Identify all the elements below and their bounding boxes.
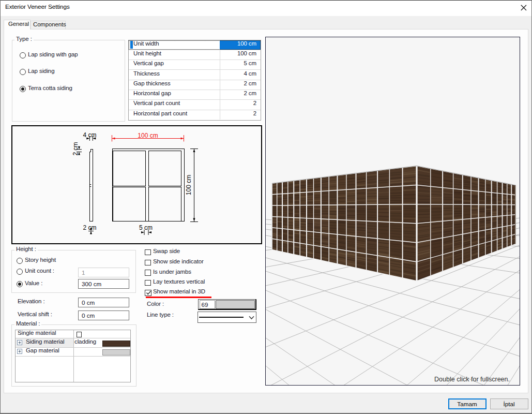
svg-text:2 cm: 2 cm [72, 142, 79, 155]
svg-text:2 cm: 2 cm [83, 224, 96, 231]
svg-text:5 cm: 5 cm [139, 224, 153, 231]
svg-text:100 cm: 100 cm [138, 132, 158, 139]
svg-text:100 cm: 100 cm [185, 175, 192, 195]
